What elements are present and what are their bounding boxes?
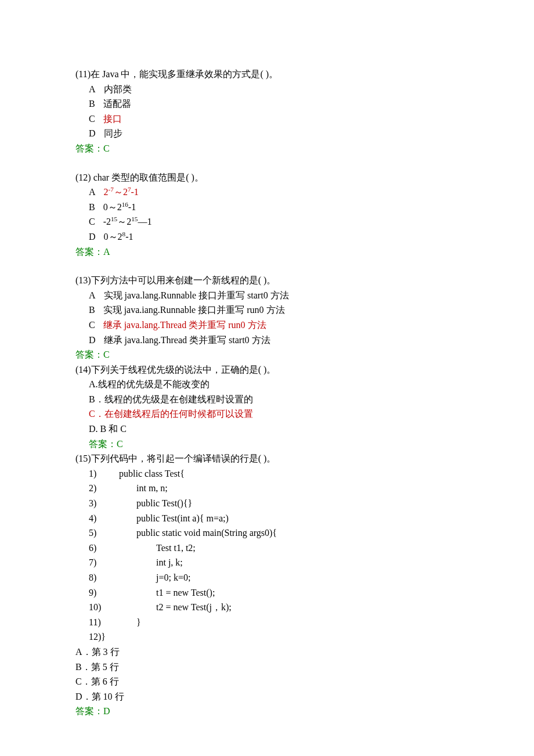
option-letter: B <box>75 303 103 318</box>
code-line-4: 4)public Test(int a){ m=a;) <box>75 511 459 526</box>
q14-stem: (14)下列关于线程优先级的说法中，正确的是( )。 <box>75 362 459 377</box>
q13-opt-d: D继承 java.lang.Thread 类并重写 start0 方法 <box>75 333 459 348</box>
option-text: 实现 java.lang.Runnable 接口并重写 start0 方法 <box>104 290 289 300</box>
question-15: (15)下列代码中，将引起一个编译错误的行是( )。 1)public clas… <box>75 451 459 719</box>
q13-opt-a: A实现 java.lang.Runnable 接口并重写 start0 方法 <box>75 288 459 303</box>
option-text: 适配器 <box>103 99 131 109</box>
option-text: 内部类 <box>104 84 132 94</box>
q14-opt-a: A.线程的优先级是不能改变的 <box>75 377 459 392</box>
option-text: -215～215—1 <box>103 217 152 226</box>
code-line-7: 7)int j, k; <box>75 555 459 570</box>
option-letter: D <box>75 333 104 348</box>
q14-opt-c: C．在创建线程后的任何时候都可以设置 <box>75 406 459 422</box>
q11-opt-c: C接口 <box>75 111 459 127</box>
code-line-2: 2)int m, n; <box>75 481 459 496</box>
option-letter: A <box>75 288 104 303</box>
q13-stem: (13)下列方法中可以用来创建一个新线程的是( )。 <box>75 273 459 288</box>
q12-answer: 答案：A <box>75 244 459 260</box>
code-line-8: 8)j=0; k=0; <box>75 570 459 585</box>
spacer <box>75 259 459 273</box>
spacer <box>75 156 459 170</box>
q15-opt-a: A．第 3 行 <box>75 645 459 660</box>
option-letter: C <box>75 214 103 229</box>
q15-opt-c: C．第 6 行 <box>75 674 459 689</box>
question-11: (11)在 Java 中，能实现多重继承效果的方式是( )。 A内部类 B适配器… <box>75 67 459 156</box>
q14-answer: 答案：C <box>75 437 459 452</box>
option-letter: B <box>75 96 103 111</box>
q15-opt-d: D．第 10 行 <box>75 689 459 704</box>
q14-opt-d: D. B 和 C <box>75 422 459 437</box>
option-letter: B <box>75 200 103 215</box>
q15-answer: 答案：D <box>75 704 459 719</box>
question-14: (14)下列关于线程优先级的说法中，正确的是( )。 A.线程的优先级是不能改变… <box>75 362 459 452</box>
q11-stem: (11)在 Java 中，能实现多重继承效果的方式是( )。 <box>75 67 459 82</box>
option-letter: C <box>75 111 103 127</box>
q12-stem: (12) char 类型的取值范围是( )。 <box>75 170 459 185</box>
q13-answer: 答案：C <box>75 347 459 362</box>
option-text: 2-7～27-1 <box>104 187 139 197</box>
option-text: 实现 java.iang.Runnable 接口并重写 run0 方法 <box>103 305 285 315</box>
code-line-6: 6)Test t1, t2; <box>75 541 459 556</box>
option-text: 0～28-1 <box>104 232 134 242</box>
code-line-1: 1)public class Test{ <box>75 466 459 481</box>
option-letter: D <box>75 126 104 141</box>
q11-opt-a: A内部类 <box>75 82 459 97</box>
option-letter: A <box>75 185 104 200</box>
code-line-5: 5)public static void main(String args0){ <box>75 525 459 541</box>
option-text: 同步 <box>104 128 122 138</box>
option-letter: A <box>75 82 104 97</box>
code-line-10: 10)t2 = new Test(j，k); <box>75 600 459 615</box>
q15-stem: (15)下列代码中，将引起一个编译错误的行是( )。 <box>75 451 459 466</box>
option-letter: D <box>75 229 104 244</box>
option-text: 继承 java.lang.Thread 类并重写 run0 方法 <box>103 320 266 330</box>
question-12: (12) char 类型的取值范围是( )。 A2-7～27-1 B0～216-… <box>75 170 459 260</box>
option-text: 接口 <box>103 114 122 124</box>
q12-opt-a: A2-7～27-1 <box>75 185 459 200</box>
q15-opt-b: B．第 5 行 <box>75 660 459 675</box>
q12-opt-c: C-215～215—1 <box>75 214 459 229</box>
q13-opt-b: B实现 java.iang.Runnable 接口并重写 run0 方法 <box>75 303 459 318</box>
q13-opt-c: C继承 java.lang.Thread 类并重写 run0 方法 <box>75 318 459 333</box>
question-13: (13)下列方法中可以用来创建一个新线程的是( )。 A实现 java.lang… <box>75 273 459 362</box>
q11-opt-d: D同步 <box>75 126 459 141</box>
code-line-9: 9)t1 = new Test(); <box>75 585 459 600</box>
option-letter: C <box>75 318 103 333</box>
q11-opt-b: B适配器 <box>75 96 459 111</box>
code-line-11: 11)} <box>75 615 459 630</box>
option-text: 0～216-1 <box>103 202 136 212</box>
q12-opt-d: D0～28-1 <box>75 229 459 244</box>
code-line-3: 3)public Test(){} <box>75 496 459 511</box>
q11-answer: 答案：C <box>75 141 459 156</box>
q12-opt-b: B0～216-1 <box>75 200 459 215</box>
option-text: 继承 java.lang.Thread 类并重写 start0 方法 <box>104 335 270 345</box>
q14-opt-b: B．线程的优先级是在创建线程时设置的 <box>75 392 459 407</box>
code-line-12: 12)} <box>75 629 459 645</box>
